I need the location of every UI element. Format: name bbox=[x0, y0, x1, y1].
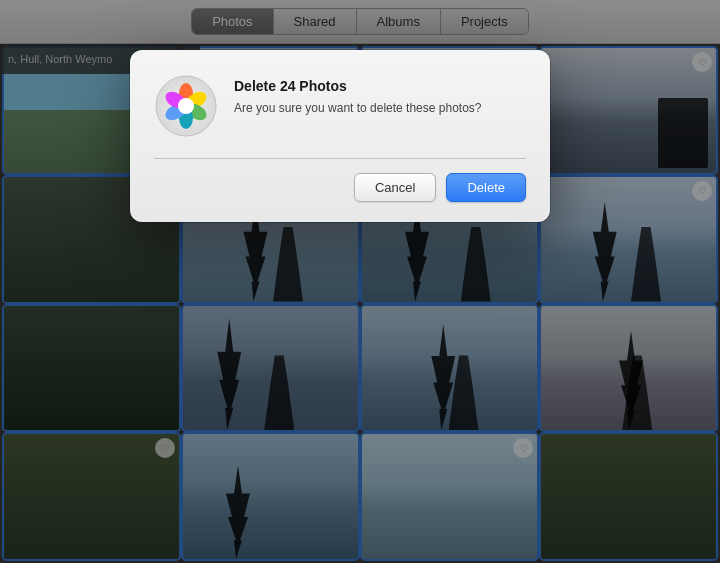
dialog-title: Delete 24 Photos bbox=[234, 78, 526, 94]
dialog-message: Are you sure you want to delete these ph… bbox=[234, 100, 526, 117]
dialog-content: Delete 24 Photos Are you sure you want t… bbox=[154, 74, 526, 138]
delete-button[interactable]: Delete bbox=[446, 173, 526, 202]
dialog-text-container: Delete 24 Photos Are you sure you want t… bbox=[234, 74, 526, 117]
dialog-buttons: Cancel Delete bbox=[154, 173, 526, 202]
app-window: Photos Shared Albums Projects bbox=[0, 0, 720, 563]
cancel-button[interactable]: Cancel bbox=[354, 173, 436, 202]
dialog-divider bbox=[154, 158, 526, 159]
svg-point-7 bbox=[178, 98, 194, 114]
delete-dialog: Delete 24 Photos Are you sure you want t… bbox=[130, 50, 550, 222]
photos-app-icon bbox=[154, 74, 218, 138]
